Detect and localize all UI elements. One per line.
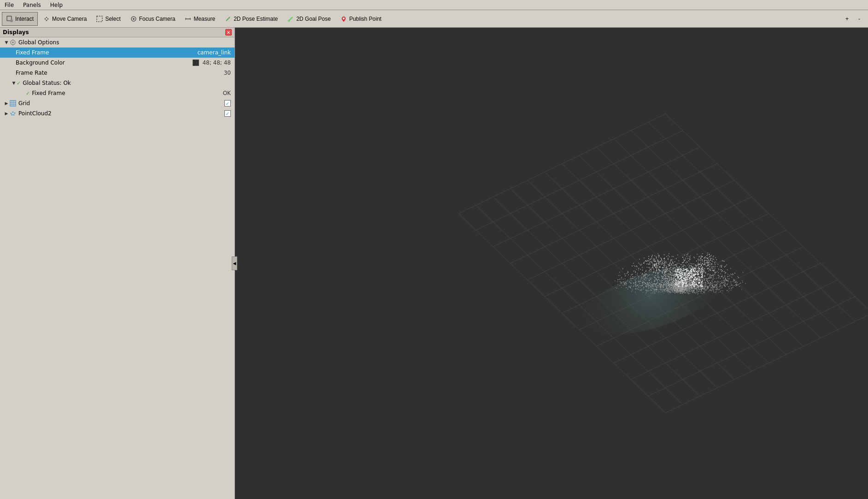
measure-icon — [184, 15, 192, 23]
cursor-icon — [6, 15, 13, 23]
displays-header: Displays ✕ — [0, 28, 235, 37]
global-options-icon — [9, 39, 17, 46]
global-options-label: Global Options — [18, 39, 235, 46]
grid-checkbox[interactable]: ✓ — [224, 100, 235, 107]
tree-panel[interactable]: ▼ Global Options Fixed Frame camera_link… — [0, 37, 235, 499]
pointcloud2-expand-arrow: ▶ — [4, 111, 9, 116]
background-color-item[interactable]: Background Color 48; 48; 48 — [0, 58, 235, 68]
menu-bar: File Panels Help — [0, 0, 868, 10]
grid-label: Grid — [18, 100, 224, 107]
global-options-item[interactable]: ▼ Global Options — [0, 37, 235, 48]
fixed-frame-status-label: Fixed Frame — [31, 90, 223, 96]
zoom-out-icon: - — [858, 16, 860, 22]
toolbar: Interact Move Camera Select Focus Camera… — [0, 10, 868, 28]
grid-checkbox-icon: ✓ — [224, 100, 231, 107]
svg-point-25 — [13, 114, 15, 116]
frame-rate-label: Frame Rate — [15, 70, 224, 76]
global-options-expand-arrow: ▼ — [4, 40, 9, 45]
move-camera-icon — [43, 15, 50, 23]
displays-close-button[interactable]: ✕ — [225, 29, 232, 36]
global-status-item[interactable]: ▼ ✓ Global Status: Ok — [0, 78, 235, 88]
pointcloud2-item[interactable]: ▶ PointCloud2 ✓ — [0, 108, 235, 119]
pointcloud2-label: PointCloud2 — [18, 110, 224, 117]
publish-point-icon — [340, 15, 347, 23]
fixed-frame-status-check-icon: ✓ — [26, 90, 30, 96]
select-icon — [96, 15, 103, 23]
svg-rect-16 — [10, 101, 16, 106]
color-swatch — [193, 59, 199, 66]
zoom-out-button[interactable]: - — [855, 12, 866, 26]
focus-camera-icon — [130, 15, 137, 23]
collapse-handle[interactable]: ◀ — [232, 256, 237, 270]
pointcloud2-icon — [9, 110, 17, 117]
background-color-value: 48; 48; 48 — [193, 59, 235, 66]
menu-panels[interactable]: Panels — [20, 1, 44, 9]
fixed-frame-label: Fixed Frame — [15, 49, 197, 56]
displays-title: Displays — [3, 29, 29, 36]
zoom-in-button[interactable]: + — [842, 12, 853, 26]
svg-point-23 — [14, 113, 16, 114]
grid-icon — [9, 100, 17, 107]
2d-pose-estimate-button[interactable]: 2D Pose Estimate — [220, 12, 282, 26]
focus-camera-button[interactable]: Focus Camera — [126, 12, 180, 26]
viewport-canvas — [235, 28, 868, 499]
2d-goal-pose-button[interactable]: 2D Goal Pose — [283, 12, 335, 26]
publish-point-button[interactable]: Publish Point — [336, 12, 386, 26]
fixed-frame-value: camera_link — [197, 49, 235, 56]
interact-button[interactable]: Interact — [2, 12, 38, 26]
pointcloud2-checkbox-icon: ✓ — [224, 110, 231, 117]
viewport[interactable] — [235, 28, 868, 499]
background-color-label: Background Color — [15, 59, 193, 66]
toolbar-right: + - — [842, 12, 866, 26]
grid-expand-arrow: ▶ — [4, 101, 9, 106]
left-panel: Displays ✕ ▼ Global Options Fixed Frame … — [0, 28, 235, 499]
grid-item[interactable]: ▶ Grid ✓ — [0, 98, 235, 108]
frame-rate-item[interactable]: Frame Rate 30 — [0, 68, 235, 78]
pointcloud2-checkbox[interactable]: ✓ — [224, 110, 235, 117]
goal-pose-icon — [287, 15, 294, 23]
menu-file[interactable]: File — [2, 1, 17, 9]
svg-point-13 — [12, 42, 14, 43]
move-camera-button[interactable]: Move Camera — [39, 12, 91, 26]
svg-point-24 — [12, 114, 13, 116]
main-area: Displays ✕ ▼ Global Options Fixed Frame … — [0, 28, 868, 499]
global-status-label: Global Status: Ok — [22, 80, 235, 86]
fixed-frame-item[interactable]: Fixed Frame camera_link — [0, 48, 235, 58]
fixed-frame-status-value: OK — [223, 90, 235, 96]
menu-help[interactable]: Help — [47, 1, 65, 9]
svg-point-21 — [11, 113, 12, 114]
pose-estimate-icon — [224, 15, 232, 23]
zoom-in-icon: + — [845, 16, 849, 22]
fixed-frame-status-item[interactable]: ✓ Fixed Frame OK — [0, 88, 235, 98]
global-status-expand-arrow: ▼ — [11, 80, 17, 86]
global-status-check-icon: ✓ — [17, 80, 21, 86]
frame-rate-value: 30 — [224, 70, 235, 76]
svg-point-11 — [343, 18, 345, 19]
measure-button[interactable]: Measure — [180, 12, 219, 26]
select-button[interactable]: Select — [92, 12, 124, 26]
svg-point-4 — [133, 18, 135, 20]
svg-point-22 — [12, 112, 14, 113]
svg-point-1 — [10, 19, 13, 22]
svg-rect-2 — [97, 16, 102, 22]
